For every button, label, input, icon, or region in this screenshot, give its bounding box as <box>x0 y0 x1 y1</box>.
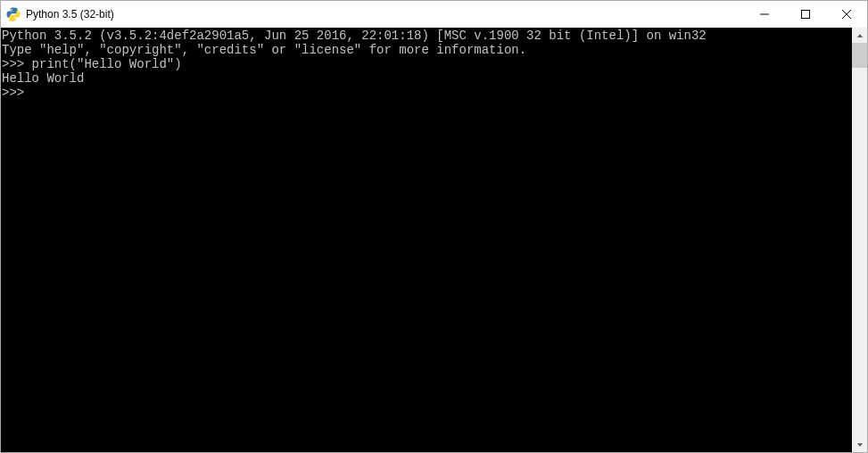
python-console-window: Python 3.5 (32-bit) Python 3.5.2 (v3.5.2… <box>0 0 868 453</box>
titlebar[interactable]: Python 3.5 (32-bit) <box>1 1 867 28</box>
svg-marker-5 <box>857 443 863 447</box>
svg-marker-4 <box>857 34 863 37</box>
maximize-button[interactable] <box>785 1 826 28</box>
console-area: Python 3.5.2 (v3.5.2:4def2a2901a5, Jun 2… <box>1 28 867 452</box>
window-title: Python 3.5 (32-bit) <box>26 8 114 21</box>
window-controls <box>744 1 867 28</box>
svg-rect-1 <box>802 11 810 19</box>
minimize-button[interactable] <box>744 1 785 28</box>
console-output[interactable]: Python 3.5.2 (v3.5.2:4def2a2901a5, Jun 2… <box>1 28 852 452</box>
vertical-scrollbar[interactable] <box>852 28 867 452</box>
scrollbar-thumb[interactable] <box>852 43 867 68</box>
python-icon <box>6 7 21 21</box>
scroll-down-button[interactable] <box>852 437 867 452</box>
scroll-up-button[interactable] <box>852 28 867 43</box>
close-button[interactable] <box>826 1 867 28</box>
scrollbar-track[interactable] <box>852 43 867 437</box>
